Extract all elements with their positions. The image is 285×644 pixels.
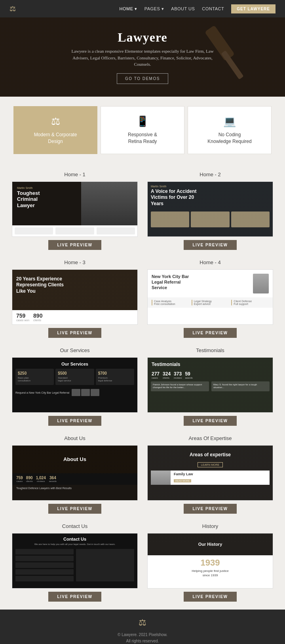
live-preview-home3-button[interactable]: LIVE PREVIEW: [48, 328, 101, 338]
live-preview-services-button[interactable]: LIVE PREVIEW: [48, 416, 101, 426]
live-preview-contact-button[interactable]: LIVE PREVIEW: [48, 592, 101, 602]
preview-label-services: Our Services: [60, 347, 89, 353]
footer-logo: ⚖: [8, 617, 277, 628]
svg-rect-0: [205, 25, 235, 61]
navbar-logo: ⚖: [10, 4, 16, 13]
nav-contact[interactable]: CONTACT: [202, 6, 224, 11]
preview-home2: Home - 2 Martin Smith A Voice for Accide…: [147, 171, 273, 250]
preview-label-home2: Home - 2: [200, 171, 220, 177]
feature-title-2: Responsive &Retina Ready: [128, 131, 157, 145]
feature-card-1: ⚖ Modern & CorporateDesign: [13, 106, 97, 154]
preview-home1: Home - 1 Martin Smith ToughestCriminalLa…: [12, 171, 138, 250]
preview-frame-home3: 20 Years ExperienceRepresenting ClientsL…: [12, 269, 138, 325]
footer-copyright: © Lawyere. 2021 Pixelshow. All rights re…: [8, 632, 277, 644]
preview-frame-history: Our History 1939 Helping people find jus…: [147, 533, 273, 589]
preview-frame-contact: Contact Us We are here to help you with …: [12, 533, 138, 589]
gavel-decoration: [182, 17, 261, 97]
live-preview-home2-button[interactable]: LIVE PREVIEW: [184, 240, 236, 250]
feature-title-3: No CodingKnowledge Required: [207, 131, 251, 145]
preview-label-home1: Home - 1: [64, 171, 85, 177]
feature-card-2: 📱 Responsive &Retina Ready: [101, 106, 184, 154]
features-section: ⚖ Modern & CorporateDesign 📱 Responsive …: [0, 97, 285, 164]
nav-pages[interactable]: PAGES ▾: [144, 6, 164, 11]
preview-grid: Home - 1 Martin Smith ToughestCriminalLa…: [0, 164, 285, 610]
responsive-icon: 📱: [136, 115, 149, 128]
feature-title-1: Modern & CorporateDesign: [34, 131, 77, 145]
preview-frame-testimonials: Testimonials 277cases 324clients 373revi…: [147, 357, 273, 413]
preview-label-home3: Home - 3: [64, 259, 85, 265]
preview-expertise: Areas Of Expertise Areas of expertise LE…: [147, 435, 273, 514]
nav-home[interactable]: HOME ▾: [120, 6, 137, 11]
preview-frame-home1: Martin Smith ToughestCriminalLawyer: [12, 181, 138, 237]
preview-home3: Home - 3 20 Years ExperienceRepresenting…: [12, 259, 138, 338]
get-lawyere-button[interactable]: GET LAWYERE: [231, 4, 276, 13]
preview-label-expertise: Areas Of Expertise: [188, 435, 232, 441]
preview-label-about: About Us: [64, 435, 85, 441]
live-preview-home1-button[interactable]: LIVE PREVIEW: [48, 240, 101, 250]
footer: ⚖ © Lawyere. 2021 Pixelshow. All rights …: [0, 610, 285, 644]
preview-frame-expertise: Areas of expertise LEARN MORE Family Law…: [147, 445, 273, 501]
preview-frame-home4: New York City BarLegal ReferralService C…: [147, 269, 273, 325]
hero-section: Lawyere Lawyere is a clean responsive El…: [0, 17, 285, 97]
preview-services: Our Services Our Services $250 Basic pla…: [12, 347, 138, 426]
preview-contact: Contact Us Contact Us We are here to hel…: [12, 523, 138, 602]
feature-card-3: 💻 No CodingKnowledge Required: [188, 106, 272, 154]
nav-about[interactable]: ABOUT US: [171, 6, 195, 11]
live-preview-home4-button[interactable]: LIVE PREVIEW: [184, 328, 236, 338]
preview-frame-about: About Us 759cases 890clients 1,024review…: [12, 445, 138, 501]
navbar-links: HOME ▾ PAGES ▾ ABOUT US CONTACT GET LAWY…: [120, 4, 276, 13]
live-preview-expertise-button[interactable]: LIVE PREVIEW: [184, 504, 236, 514]
live-preview-history-button[interactable]: LIVE PREVIEW: [184, 592, 236, 602]
preview-home4: Home - 4 New York City BarLegal Referral…: [147, 259, 273, 338]
scale-icon: ⚖: [51, 115, 60, 128]
preview-label-history: History: [202, 523, 218, 529]
preview-label-home4: Home - 4: [200, 259, 220, 265]
preview-history: History Our History 1939 Helping people …: [147, 523, 273, 602]
coding-icon: 💻: [223, 115, 236, 128]
go-to-demos-button[interactable]: GO TO DEMOS: [117, 73, 168, 84]
preview-about: About Us About Us 759cases 890clients 1,…: [12, 435, 138, 514]
live-preview-about-button[interactable]: LIVE PREVIEW: [48, 504, 101, 514]
preview-label-testimonials: Testimonials: [196, 347, 224, 353]
preview-frame-home2: Martin Smith A Voice for AccidentVictims…: [147, 181, 273, 237]
preview-label-contact: Contact Us: [62, 523, 87, 529]
preview-frame-services: Our Services $250 Basic planconsultation…: [12, 357, 138, 413]
navbar: ⚖ HOME ▾ PAGES ▾ ABOUT US CONTACT GET LA…: [0, 0, 285, 17]
live-preview-testimonials-button[interactable]: LIVE PREVIEW: [184, 416, 236, 426]
preview-testimonials: Testimonials Testimonials 277cases 324cl…: [147, 347, 273, 426]
hero-title: Lawyere: [118, 30, 167, 45]
